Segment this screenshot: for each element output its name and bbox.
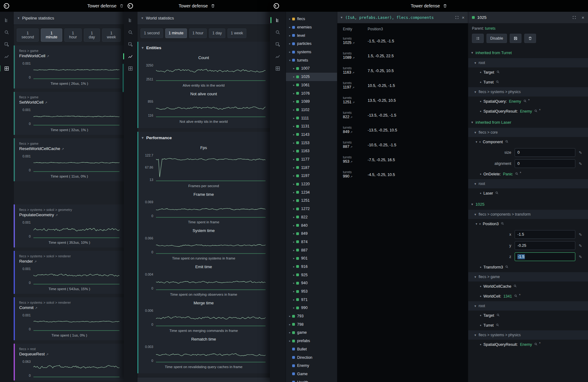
query-result-row[interactable]: turrets1251↗13.5, -0.25, 10.5 [337,93,468,108]
tree-item-1251[interactable]: ▸1251 [286,196,337,205]
trash-icon[interactable] [211,4,215,8]
entity-id-link[interactable]: 1251↗ [343,100,368,105]
edit-pencil-icon[interactable]: ✎ [579,255,582,259]
tree-item-1143[interactable]: ▸1143 [286,131,337,139]
expand-icon[interactable] [572,15,576,19]
tree-item-793[interactable]: ▸793 [286,312,337,320]
external-link-icon[interactable]: ↗ [55,213,58,217]
component-row[interactable]: Turret [468,320,588,330]
entity-id-link[interactable]: 1089↗ [343,55,368,60]
component-row[interactable]: Target [468,67,588,77]
tables-icon[interactable] [126,64,136,73]
query-result-row[interactable]: turrets1163↗7.5, -0.25, 10.5 [337,63,468,78]
system-name[interactable]: PopulateGeometry↗ [19,212,119,217]
query-result-row[interactable]: turrets887↗-10.5, -0.25, -1.5 [337,138,468,152]
tree-item-840[interactable]: ▸840 [286,221,337,230]
external-link-icon[interactable]: ↗ [35,306,37,310]
component-row[interactable]: Laser [468,188,588,198]
query-result-row[interactable]: turrets1089↗1.5, -0.25, 22.5 [337,49,468,63]
tree-item-1089[interactable]: ▸1089 [286,97,337,106]
inspector-group-header[interactable]: ▾root [468,58,588,67]
component-value[interactable]: Panic [503,172,512,176]
trash-icon[interactable] [443,4,447,8]
tree-item-798[interactable]: ▸798 [286,320,337,328]
tree-icon[interactable] [2,15,12,25]
component-value[interactable]: Enemy [520,342,532,347]
component-row[interactable]: SpatialQueryResult:Enemy* [468,106,588,116]
tree-item-1025[interactable]: ▸1025 [286,73,337,81]
time-range-button-1-second[interactable]: 1 second [17,28,39,42]
tree-item-1131[interactable]: ▸1131 [286,122,337,131]
tables-icon[interactable] [2,64,12,73]
time-range-button-1-week[interactable]: 1 week [102,28,121,42]
tree-item-systems[interactable]: ▸systems [286,48,337,56]
tree-item-turrets[interactable]: ▾turrets [286,56,337,64]
next-section-header[interactable] [137,377,270,382]
tree-item-1007[interactable]: ▸1007 [286,64,337,73]
tree-item-Enemy[interactable]: Enemy [286,362,337,370]
stats-icon[interactable] [2,52,12,61]
close-icon[interactable]: × [462,15,465,20]
field-input-x[interactable]: -1.5 [515,230,575,239]
system-name[interactable]: FindWorldCell↗ [19,54,119,58]
query-result-row[interactable]: turrets849↗-13.5, -0.25, 10.5 [337,123,468,138]
inspector-group-header[interactable]: ▾flecs > game [468,272,588,281]
inspector-section-header[interactable]: ▾inherited from Turret [468,47,588,58]
entity-id-link[interactable]: 822↗ [343,115,368,120]
external-link-icon[interactable]: ↗ [47,54,49,58]
query-input[interactable]: (IsA, prefabs.Laser), flecs.components [345,15,452,20]
expand-icon[interactable] [455,15,459,19]
tree-item-1187[interactable]: ▸1187 [286,163,337,172]
tree-item-1177[interactable]: ▸1177 [286,155,337,164]
tree-item-Direction[interactable]: Direction [286,353,337,362]
disable-button[interactable]: Disable [486,34,507,43]
tree-item-1197[interactable]: ▸1197 [286,172,337,180]
tree-item-flecs[interactable]: ▸flecs [286,15,337,23]
inspector-section-header[interactable]: ▾1025 [468,198,588,210]
edit-pencil-icon[interactable]: ✎ [579,232,582,237]
tree-item-1102[interactable]: ▸1102 [286,106,337,114]
inspector-section-header[interactable]: ▾inherited from Laser [468,116,588,128]
component-row[interactable]: SpatialQueryResult:Enemy* [468,340,588,350]
system-name[interactable]: Commit↗ [19,305,119,310]
tree-item-particles[interactable]: ▸particles [286,40,337,48]
query-result-row[interactable]: turrets953↗-7.5, -0.25, 16.5 [337,152,468,167]
system-name[interactable]: DequeueRest↗ [19,352,119,356]
time-range-button-1-day[interactable]: 1 day [84,28,100,42]
tree-item-game[interactable]: ▸game [286,328,337,337]
component-value[interactable]: Enemy [509,99,521,104]
tree-item-916[interactable]: ▸916 [286,263,337,271]
entity-id-link[interactable]: 1025↗ [343,41,368,45]
external-link-icon[interactable]: ↗ [62,147,64,151]
time-range-button-1-week[interactable]: 1 week [227,28,247,38]
delete-button[interactable] [524,34,536,43]
tree-item-Game[interactable]: Game [286,370,337,378]
edit-pencil-icon[interactable]: ✎ [579,161,582,166]
tree-item-1163[interactable]: ▸1163 [286,147,337,155]
tree-item-990[interactable]: ▸990 [286,304,337,312]
tree-item-953[interactable]: ▸953 [286,287,337,296]
tree-icon[interactable] [126,15,136,25]
titlebar[interactable]: Tower defense [270,0,588,12]
entity-id-link[interactable]: 990↗ [343,174,368,179]
component-row[interactable]: Turret [468,77,588,87]
inspector-group-header[interactable]: ▾flecs > components > transform [468,210,588,219]
tree-item-level[interactable]: ▸level [286,31,337,40]
tree-item-1234[interactable]: ▸1234 [286,188,337,196]
tree-item-887[interactable]: ▸887 [286,246,337,254]
external-link-icon[interactable]: ↗ [45,101,47,104]
external-link-icon[interactable]: ↗ [34,260,37,263]
time-range-button-1-minute[interactable]: 1 minute [41,28,62,42]
time-range-button-1-hour[interactable]: 1 hour [64,28,82,42]
save-button[interactable] [510,34,521,43]
inspector-icon[interactable] [273,40,283,49]
query-result-row[interactable]: turrets822↗-13.5, -0.25, -1.5 [337,108,468,123]
stats-icon[interactable] [126,52,136,61]
component-value[interactable]: Enemy [520,109,532,114]
time-range-button-1-minute[interactable]: 1 minute [165,28,187,38]
entity-id-link[interactable]: 1163↗ [343,70,368,75]
time-range-button-1-day[interactable]: 1 day [209,28,225,38]
tree-item-Bullet[interactable]: Bullet [286,345,337,354]
tree-item-1153[interactable]: ▸1153 [286,139,337,147]
titlebar[interactable]: Tower defense [0,0,124,12]
